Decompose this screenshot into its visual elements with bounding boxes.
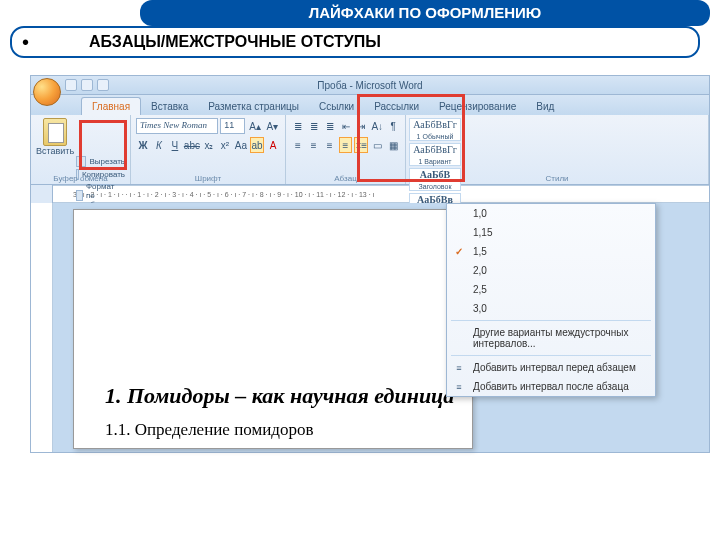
- tab-insert[interactable]: Вставка: [141, 98, 198, 115]
- borders-icon[interactable]: ▦: [386, 137, 400, 153]
- slide-title-banner: ЛАЙФХАКИ ПО ОФОРМЛЕНИЮ: [140, 0, 710, 26]
- group-styles: АаБбВвГг1 Обычный АаБбВвГг1 Вариант АаБб…: [406, 115, 709, 184]
- qat-save-icon[interactable]: [65, 79, 77, 91]
- spacing-option-1-0[interactable]: 1,0: [447, 204, 655, 223]
- ruler-area: 3 · ı · 2 · ı · 1 · ı · · ı · 1 · ı · 2 …: [30, 185, 710, 203]
- menu-separator: [451, 320, 651, 321]
- ribbon: Вставить Вырезать Копировать Формат по о…: [30, 115, 710, 185]
- group-clipboard: Вставить Вырезать Копировать Формат по о…: [31, 115, 131, 184]
- horizontal-ruler[interactable]: 3 · ı · 2 · ı · 1 · ı · · ı · 1 · ı · 2 …: [53, 185, 709, 203]
- align-center-icon[interactable]: ≡: [307, 137, 321, 153]
- spacing-option-2-5[interactable]: 2,5: [447, 280, 655, 299]
- tab-review[interactable]: Рецензирование: [429, 98, 526, 115]
- font-color-button[interactable]: A: [266, 137, 280, 153]
- add-space-before[interactable]: ≡Добавить интервал перед абзацем: [447, 358, 655, 377]
- bullets-icon[interactable]: ≣: [291, 118, 305, 134]
- group-label-font: Шрифт: [131, 174, 285, 183]
- qat-undo-icon[interactable]: [81, 79, 93, 91]
- slide-subtitle-banner: • АБЗАЦЫ/МЕЖСТРОЧНЫЕ ОТСТУПЫ: [10, 26, 700, 58]
- italic-button[interactable]: К: [152, 137, 166, 153]
- font-name-select[interactable]: Times New Roman: [136, 118, 218, 134]
- spacing-more-options[interactable]: Другие варианты междустрочных интервалов…: [447, 323, 655, 353]
- group-paragraph: ≣ ≣ ≣ ⇤ ⇥ A↓ ¶ ≡ ≡ ≡ ≡ ‡≡ ▭ ▦ Абзац: [286, 115, 406, 184]
- paste-icon: [43, 118, 67, 146]
- office-button[interactable]: [33, 78, 61, 106]
- bullet: •: [22, 31, 29, 54]
- doc-heading-1-1: 1.1. Определение помидоров: [105, 420, 313, 440]
- highlight-color-button[interactable]: ab: [250, 137, 264, 153]
- spacing-option-3-0[interactable]: 3,0: [447, 299, 655, 318]
- shading-icon[interactable]: ▭: [370, 137, 384, 153]
- menu-separator: [451, 355, 651, 356]
- align-left-icon[interactable]: ≡: [291, 137, 305, 153]
- bold-button[interactable]: Ж: [136, 137, 150, 153]
- numbering-icon[interactable]: ≣: [307, 118, 321, 134]
- paste-label: Вставить: [36, 146, 74, 156]
- grow-font-icon[interactable]: A▴: [247, 118, 262, 134]
- spacing-option-1-5[interactable]: 1,5: [447, 242, 655, 261]
- tab-mailings[interactable]: Рассылки: [364, 98, 429, 115]
- subscript-button[interactable]: x₂: [202, 137, 216, 153]
- change-case-button[interactable]: Aa: [234, 137, 248, 153]
- group-font: Times New Roman 11 A▴ A▾ Ж К Ч abc x₂ x²…: [131, 115, 286, 184]
- window-title: Проба - Microsoft Word: [317, 80, 422, 91]
- underline-button[interactable]: Ч: [168, 137, 182, 153]
- pilcrow-icon[interactable]: ¶: [386, 118, 400, 134]
- space-before-icon: ≡: [453, 362, 465, 374]
- line-spacing-menu: 1,0 1,15 1,5 2,0 2,5 3,0 Другие варианты…: [446, 203, 656, 397]
- font-size-select[interactable]: 11: [220, 118, 245, 134]
- indent-inc-icon[interactable]: ⇥: [354, 118, 368, 134]
- spacing-option-2-0[interactable]: 2,0: [447, 261, 655, 280]
- document-area: 1,0 1,15 1,5 2,0 2,5 3,0 Другие варианты…: [30, 203, 710, 453]
- ruler-corner: [31, 185, 53, 203]
- doc-heading-1: 1. Помидоры – как научная единица: [105, 383, 454, 409]
- style-variant[interactable]: АаБбВвГг1 Вариант: [409, 143, 461, 166]
- group-label-paragraph: Абзац: [286, 174, 405, 183]
- group-label-clipboard: Буфер обмена: [31, 174, 130, 183]
- space-after-icon: ≡: [453, 381, 465, 393]
- paste-button[interactable]: Вставить: [36, 118, 74, 156]
- group-label-styles: Стили: [545, 174, 568, 183]
- superscript-button[interactable]: x²: [218, 137, 232, 153]
- multilevel-icon[interactable]: ≣: [323, 118, 337, 134]
- spacing-option-1-15[interactable]: 1,15: [447, 223, 655, 242]
- style-normal[interactable]: АаБбВвГг1 Обычный: [409, 118, 461, 141]
- ribbon-tabs: Главная Вставка Разметка страницы Ссылки…: [30, 95, 710, 115]
- quick-access-toolbar: [65, 79, 109, 91]
- add-space-after[interactable]: ≡Добавить интервал после абзаца: [447, 377, 655, 396]
- line-spacing-button[interactable]: ‡≡: [354, 137, 368, 153]
- slide-header: ЛАЙФХАКИ ПО ОФОРМЛЕНИЮ • АБЗАЦЫ/МЕЖСТРОЧ…: [0, 0, 720, 60]
- sort-icon[interactable]: A↓: [370, 118, 384, 134]
- brush-icon: [76, 190, 83, 201]
- indent-dec-icon[interactable]: ⇤: [339, 118, 353, 134]
- align-right-icon[interactable]: ≡: [323, 137, 337, 153]
- tab-references[interactable]: Ссылки: [309, 98, 364, 115]
- scissors-icon: [76, 156, 86, 167]
- cut-button[interactable]: Вырезать: [76, 156, 125, 167]
- strike-button[interactable]: abc: [184, 137, 200, 153]
- style-heading1[interactable]: АаБбВЗаголовок: [409, 168, 461, 191]
- slide-subtitle: АБЗАЦЫ/МЕЖСТРОЧНЫЕ ОТСТУПЫ: [89, 33, 381, 51]
- qat-redo-icon[interactable]: [97, 79, 109, 91]
- shrink-font-icon[interactable]: A▾: [265, 118, 280, 134]
- page[interactable]: [73, 209, 473, 449]
- tab-home[interactable]: Главная: [81, 97, 141, 115]
- titlebar: Проба - Microsoft Word: [30, 75, 710, 95]
- vertical-ruler[interactable]: [31, 203, 53, 452]
- tab-layout[interactable]: Разметка страницы: [198, 98, 309, 115]
- align-justify-icon[interactable]: ≡: [339, 137, 353, 153]
- tab-view[interactable]: Вид: [526, 98, 564, 115]
